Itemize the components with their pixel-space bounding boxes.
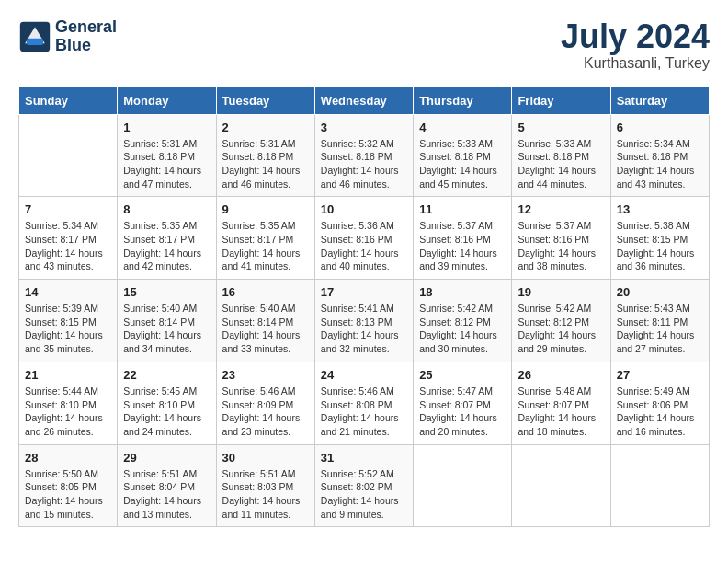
day-number: 13 — [617, 202, 703, 216]
day-number: 17 — [321, 285, 407, 299]
day-number: 4 — [419, 121, 506, 134]
day-cell: 31Sunrise: 5:52 AM Sunset: 8:02 PM Dayli… — [314, 444, 413, 527]
day-info: Sunrise: 5:43 AM Sunset: 8:11 PM Dayligh… — [617, 302, 703, 356]
logo-icon — [18, 20, 51, 53]
day-cell: 25Sunrise: 5:47 AM Sunset: 8:07 PM Dayli… — [414, 362, 512, 444]
day-cell: 26Sunrise: 5:48 AM Sunset: 8:07 PM Dayli… — [512, 362, 610, 444]
day-cell: 30Sunrise: 5:51 AM Sunset: 8:03 PM Dayli… — [216, 444, 314, 527]
day-info: Sunrise: 5:31 AM Sunset: 8:18 PM Dayligh… — [123, 137, 210, 191]
week-row-1: 1Sunrise: 5:31 AM Sunset: 8:18 PM Daylig… — [19, 114, 710, 197]
day-info: Sunrise: 5:34 AM Sunset: 8:18 PM Dayligh… — [617, 137, 703, 191]
day-cell: 2Sunrise: 5:31 AM Sunset: 8:18 PM Daylig… — [216, 114, 314, 197]
day-number: 31 — [321, 451, 407, 465]
month-title: July 2024 — [561, 18, 710, 55]
day-info: Sunrise: 5:40 AM Sunset: 8:14 PM Dayligh… — [123, 302, 210, 356]
week-row-4: 21Sunrise: 5:44 AM Sunset: 8:10 PM Dayli… — [19, 362, 710, 444]
day-info: Sunrise: 5:47 AM Sunset: 8:07 PM Dayligh… — [419, 385, 506, 439]
day-number: 19 — [518, 285, 604, 299]
day-cell: 11Sunrise: 5:37 AM Sunset: 8:16 PM Dayli… — [414, 197, 512, 280]
day-info: Sunrise: 5:48 AM Sunset: 8:07 PM Dayligh… — [518, 385, 604, 439]
day-number: 20 — [617, 285, 703, 299]
day-number: 11 — [419, 202, 506, 216]
day-info: Sunrise: 5:33 AM Sunset: 8:18 PM Dayligh… — [518, 137, 604, 191]
day-cell: 14Sunrise: 5:39 AM Sunset: 8:15 PM Dayli… — [19, 280, 118, 362]
day-info: Sunrise: 5:44 AM Sunset: 8:10 PM Dayligh… — [25, 385, 111, 439]
day-info: Sunrise: 5:45 AM Sunset: 8:10 PM Dayligh… — [123, 385, 210, 439]
day-info: Sunrise: 5:50 AM Sunset: 8:05 PM Dayligh… — [25, 467, 111, 522]
day-cell: 23Sunrise: 5:46 AM Sunset: 8:09 PM Dayli… — [216, 362, 314, 444]
day-info: Sunrise: 5:33 AM Sunset: 8:18 PM Dayligh… — [419, 137, 506, 191]
column-header-wednesday: Wednesday — [314, 86, 413, 114]
day-number: 28 — [25, 451, 111, 465]
day-cell: 20Sunrise: 5:43 AM Sunset: 8:11 PM Dayli… — [610, 280, 709, 362]
day-number: 7 — [25, 202, 111, 216]
day-info: Sunrise: 5:31 AM Sunset: 8:18 PM Dayligh… — [222, 137, 309, 191]
day-number: 6 — [617, 121, 703, 134]
day-number: 2 — [222, 121, 309, 134]
day-cell: 6Sunrise: 5:34 AM Sunset: 8:18 PM Daylig… — [610, 114, 709, 197]
week-row-3: 14Sunrise: 5:39 AM Sunset: 8:15 PM Dayli… — [19, 280, 710, 362]
day-info: Sunrise: 5:35 AM Sunset: 8:17 PM Dayligh… — [123, 219, 210, 273]
day-cell: 10Sunrise: 5:36 AM Sunset: 8:16 PM Dayli… — [314, 197, 413, 280]
day-number: 27 — [617, 368, 703, 382]
calendar-table: SundayMondayTuesdayWednesdayThursdayFrid… — [18, 86, 710, 528]
day-number: 26 — [518, 368, 604, 382]
calendar-header-row: SundayMondayTuesdayWednesdayThursdayFrid… — [19, 86, 710, 114]
day-number: 29 — [123, 451, 210, 465]
day-number: 30 — [222, 451, 309, 465]
day-number: 14 — [25, 285, 111, 299]
day-cell: 17Sunrise: 5:41 AM Sunset: 8:13 PM Dayli… — [314, 280, 413, 362]
day-cell: 19Sunrise: 5:42 AM Sunset: 8:12 PM Dayli… — [512, 280, 610, 362]
day-info: Sunrise: 5:37 AM Sunset: 8:16 PM Dayligh… — [518, 219, 604, 273]
day-cell — [414, 444, 512, 527]
day-info: Sunrise: 5:52 AM Sunset: 8:02 PM Dayligh… — [321, 467, 407, 522]
location-title: Kurthasanli, Turkey — [561, 55, 710, 72]
day-info: Sunrise: 5:42 AM Sunset: 8:12 PM Dayligh… — [518, 302, 604, 356]
column-header-monday: Monday — [118, 86, 216, 114]
logo: General Blue — [18, 18, 117, 55]
day-cell: 12Sunrise: 5:37 AM Sunset: 8:16 PM Dayli… — [512, 197, 610, 280]
page-header: General Blue July 2024 Kurthasanli, Turk… — [18, 18, 710, 72]
logo-line2: Blue — [55, 37, 117, 55]
day-cell: 8Sunrise: 5:35 AM Sunset: 8:17 PM Daylig… — [118, 197, 216, 280]
svg-rect-2 — [27, 39, 43, 45]
day-info: Sunrise: 5:34 AM Sunset: 8:17 PM Dayligh… — [25, 219, 111, 273]
week-row-2: 7Sunrise: 5:34 AM Sunset: 8:17 PM Daylig… — [19, 197, 710, 280]
day-cell — [19, 114, 118, 197]
column-header-friday: Friday — [512, 86, 610, 114]
day-cell: 29Sunrise: 5:51 AM Sunset: 8:04 PM Dayli… — [118, 444, 216, 527]
logo-line1: General — [55, 18, 117, 37]
day-number: 24 — [321, 368, 407, 382]
day-number: 1 — [123, 121, 210, 134]
day-cell: 15Sunrise: 5:40 AM Sunset: 8:14 PM Dayli… — [118, 280, 216, 362]
day-number: 3 — [321, 121, 407, 134]
day-number: 15 — [123, 285, 210, 299]
day-cell: 27Sunrise: 5:49 AM Sunset: 8:06 PM Dayli… — [610, 362, 709, 444]
day-info: Sunrise: 5:39 AM Sunset: 8:15 PM Dayligh… — [25, 302, 111, 356]
day-info: Sunrise: 5:37 AM Sunset: 8:16 PM Dayligh… — [419, 219, 506, 273]
day-cell: 9Sunrise: 5:35 AM Sunset: 8:17 PM Daylig… — [216, 197, 314, 280]
column-header-tuesday: Tuesday — [216, 86, 314, 114]
day-cell: 13Sunrise: 5:38 AM Sunset: 8:15 PM Dayli… — [610, 197, 709, 280]
day-number: 10 — [321, 202, 407, 216]
day-cell: 5Sunrise: 5:33 AM Sunset: 8:18 PM Daylig… — [512, 114, 610, 197]
column-header-thursday: Thursday — [414, 86, 512, 114]
day-cell: 24Sunrise: 5:46 AM Sunset: 8:08 PM Dayli… — [314, 362, 413, 444]
day-cell: 22Sunrise: 5:45 AM Sunset: 8:10 PM Dayli… — [118, 362, 216, 444]
column-header-saturday: Saturday — [610, 86, 709, 114]
day-info: Sunrise: 5:32 AM Sunset: 8:18 PM Dayligh… — [321, 137, 407, 191]
day-info: Sunrise: 5:41 AM Sunset: 8:13 PM Dayligh… — [321, 302, 407, 356]
day-info: Sunrise: 5:49 AM Sunset: 8:06 PM Dayligh… — [617, 385, 703, 439]
title-block: July 2024 Kurthasanli, Turkey — [561, 18, 710, 72]
day-info: Sunrise: 5:38 AM Sunset: 8:15 PM Dayligh… — [617, 219, 703, 273]
day-number: 21 — [25, 368, 111, 382]
day-info: Sunrise: 5:46 AM Sunset: 8:09 PM Dayligh… — [222, 385, 309, 439]
day-number: 25 — [419, 368, 506, 382]
day-info: Sunrise: 5:46 AM Sunset: 8:08 PM Dayligh… — [321, 385, 407, 439]
day-cell — [512, 444, 610, 527]
day-number: 18 — [419, 285, 506, 299]
day-number: 9 — [222, 202, 309, 216]
day-cell: 4Sunrise: 5:33 AM Sunset: 8:18 PM Daylig… — [414, 114, 512, 197]
day-cell: 1Sunrise: 5:31 AM Sunset: 8:18 PM Daylig… — [118, 114, 216, 197]
logo-text: General Blue — [55, 18, 117, 55]
